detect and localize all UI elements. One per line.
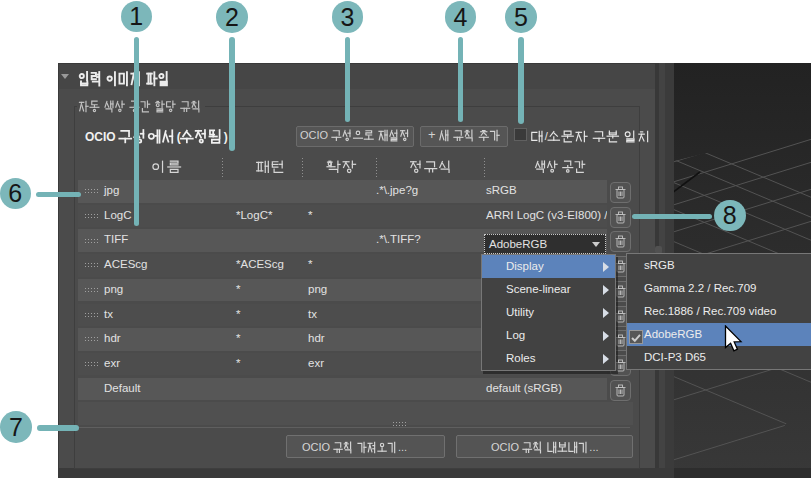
svg-text:...: ... xyxy=(589,441,598,453)
svg-text:OCIO: OCIO xyxy=(300,129,329,141)
svg-text:OCIO: OCIO xyxy=(302,441,331,453)
svg-text:OCIO: OCIO xyxy=(491,441,520,453)
svg-text:(: ( xyxy=(177,129,181,143)
svg-text:...: ... xyxy=(398,441,407,453)
svg-text:): ) xyxy=(224,129,228,143)
svg-text:OCIO: OCIO xyxy=(85,129,116,143)
svg-text:+: + xyxy=(428,127,436,142)
